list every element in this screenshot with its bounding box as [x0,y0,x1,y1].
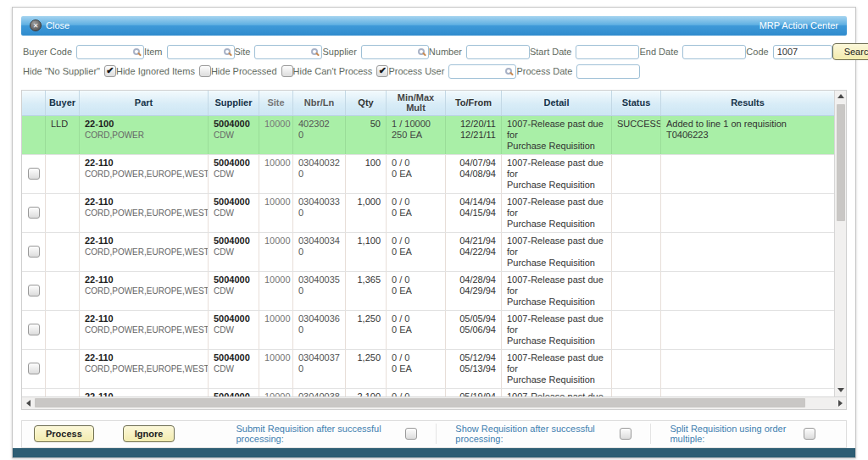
cell-nbr-ln: 030400320 [293,155,346,193]
cell-qty: 1,365 [346,272,387,310]
header-nbr-ln[interactable]: Nbr/Ln [293,91,346,115]
cell-buyer [46,311,80,349]
table-row[interactable]: 22-110CORD,POWER,EUROPE,WEST 5004000CDW … [22,272,834,311]
process-date-label: Process Date [516,66,572,76]
cell-site: 10000 [259,194,293,232]
header-detail[interactable]: Detail [502,91,612,115]
supplier-label: Supplier [322,47,356,57]
cell-status [612,272,661,310]
hide-processed-label: Hide Processed [211,66,277,76]
cell-results: Added to line 1 on requisition T0406223 [661,116,834,154]
cell-results [661,350,834,388]
header-supplier[interactable]: Supplier [209,91,259,115]
number-input[interactable] [466,45,530,59]
cell-buyer [46,272,80,310]
scroll-right-button[interactable] [834,397,846,409]
hide-ignored-checkbox[interactable] [199,65,211,77]
site-label: Site [235,47,251,57]
arrow-left-icon [26,400,31,407]
search-lookup-icon[interactable] [418,48,425,55]
vertical-scroll-thumb[interactable] [837,104,845,221]
cell-results [661,233,834,271]
scroll-up-button[interactable] [835,91,847,103]
hide-no-supplier-checkbox[interactable] [104,65,116,77]
cell-to-from: 04/14/9404/15/94 [446,194,502,232]
cell-select [22,350,46,388]
ignore-button[interactable]: Ignore [123,425,175,442]
hide-ignored-label: Hide Ignored Items [116,66,195,76]
split-requisition-label: Split Requisition using order multiple: [670,424,798,444]
hide-cant-process-label: Hide Can't Process [293,66,373,76]
end-date-input[interactable] [682,45,746,59]
search-lookup-icon[interactable] [133,48,140,55]
cell-buyer [46,155,80,193]
cell-status [612,233,661,271]
process-button[interactable]: Process [34,425,94,442]
header-part[interactable]: Part [80,91,209,115]
scroll-left-button[interactable] [22,397,34,409]
scroll-down-button[interactable] [835,385,847,396]
horizontal-scroll-thumb[interactable] [35,398,805,407]
cell-qty: 1,250 [346,350,387,388]
table-header: Buyer Part Supplier Site Nbr/Ln Qty Min/… [22,91,834,116]
row-select-checkbox[interactable] [28,246,40,258]
mrp-action-center-window: ✕ Close MRP Action Center Buyer Code Ite… [12,7,856,458]
process-date-input[interactable] [576,64,640,79]
table-row[interactable]: 22-110CORD,POWER,EUROPE,WEST 5004000CDW … [22,233,834,272]
cell-status [612,194,661,232]
row-select-checkbox[interactable] [28,285,40,297]
table-row[interactable]: 22-110CORD,POWER,EUROPE,WEST 5004000CDW … [22,155,834,194]
cell-results [661,389,834,396]
search-lookup-icon[interactable] [224,48,231,55]
cell-part: 22-110CORD,POWER,EUROPE,WEST [80,272,209,310]
cell-part: 22-100CORD,POWER [80,116,209,154]
cell-detail: 1007-Release past due forPurchase Requis… [502,350,612,388]
search-button[interactable]: Search [832,43,868,60]
search-lookup-icon[interactable] [505,68,512,75]
split-requisition-checkbox[interactable] [804,428,815,440]
close-button[interactable]: ✕ Close [30,19,70,31]
cell-minmax-mult: 0 / 00 EA [387,155,446,193]
hide-processed-checkbox[interactable] [281,65,293,77]
header-status[interactable]: Status [612,91,661,115]
horizontal-scrollbar[interactable] [22,396,846,409]
page-title: MRP Action Center [760,20,838,30]
table-row[interactable]: 22-110CORD,POWER,EUROPE,WEST 5004000CDW … [22,311,834,350]
header-buyer[interactable]: Buyer [46,91,80,115]
table-row[interactable]: 22-110CORD,POWER,EUROPE,WEST 5004000CDW … [22,389,834,396]
code-input[interactable] [773,45,832,59]
start-date-input[interactable] [576,45,639,59]
table-row[interactable]: 22-110CORD,POWER,EUROPE,WEST 5004000CDW … [22,350,834,389]
row-select-checkbox[interactable] [28,363,40,374]
filter-hide-no-supplier: Hide "No Supplier" [23,65,116,77]
cell-supplier: 5004000CDW [209,116,259,154]
arrow-down-icon [837,388,844,392]
cell-site: 10000 [259,272,293,310]
row-select-checkbox[interactable] [28,207,40,219]
search-lookup-icon[interactable] [311,48,318,55]
filter-row-2: Hide "No Supplier" Hide Ignored Items Hi… [23,62,615,81]
submit-requisition-label: Submit Requisition after successful proc… [236,424,400,444]
vertical-scrollbar[interactable] [834,91,846,396]
table-row[interactable]: LLD 22-100CORD,POWER 5004000CDW 10000 40… [22,116,834,155]
submit-requisition-checkbox[interactable] [405,428,417,440]
table-row[interactable]: 22-110CORD,POWER,EUROPE,WEST 5004000CDW … [22,194,834,233]
header-site[interactable]: Site [259,91,293,115]
cell-nbr-ln: 4023020 [293,116,346,154]
header-minmax-mult[interactable]: Min/Max Mult [387,91,446,115]
row-select-checkbox[interactable] [28,324,40,335]
cell-nbr-ln: 030400370 [293,350,346,388]
cell-part: 22-110CORD,POWER,EUROPE,WEST [80,155,209,193]
cell-to-from: 05/12/9405/13/94 [446,350,502,388]
header-to-from[interactable]: To/From [446,91,502,115]
cell-select [22,311,46,349]
cell-to-from: 12/20/1112/21/11 [446,116,502,154]
cell-supplier: 5004000CDW [209,155,259,193]
hide-cant-process-checkbox[interactable] [376,65,388,77]
header-qty[interactable]: Qty [346,91,387,115]
cell-detail: 1007-Release past due forPurchase Requis… [502,389,612,396]
header-results[interactable]: Results [661,91,834,115]
cell-select [22,155,46,193]
show-requisition-checkbox[interactable] [620,428,632,440]
row-select-checkbox[interactable] [28,168,40,180]
